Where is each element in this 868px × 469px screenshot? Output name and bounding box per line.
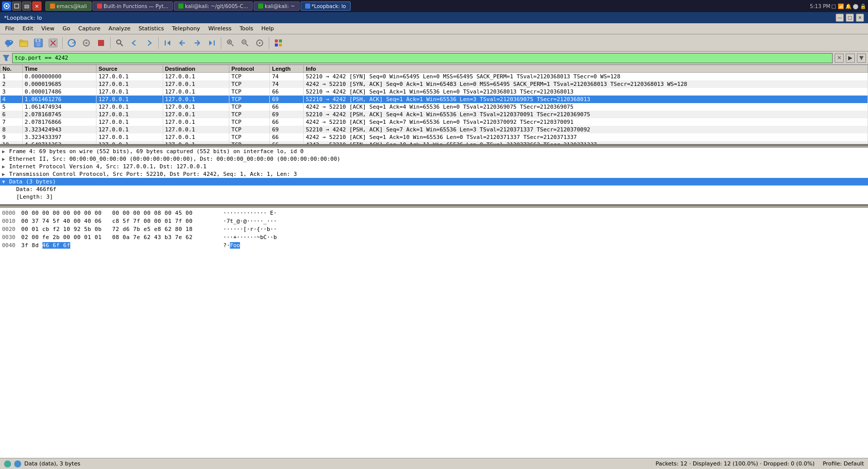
open-btn[interactable] xyxy=(17,36,31,50)
detail-data-value-row: Data: 466f6f xyxy=(0,185,868,193)
filter-apply-btn[interactable]: ▶ xyxy=(846,54,855,63)
packet-row-1[interactable]: 10.000000000127.0.0.1127.0.0.1TCP7452210… xyxy=(1,73,868,81)
ethernet-expand-icon: ▶ xyxy=(2,156,8,162)
packet-row-2[interactable]: 20.000019685127.0.0.1127.0.0.1TCP744242 … xyxy=(1,80,868,88)
data-value-text: Data: 466f6f xyxy=(16,186,56,193)
menu-telephony[interactable]: Telephony xyxy=(168,24,205,33)
col-source: Source xyxy=(97,65,163,73)
hex-dump-pane: 0000 00 00 00 00 00 00 00 00 00 00 00 00… xyxy=(0,208,868,458)
menu-wireless[interactable]: Wireless xyxy=(204,24,235,33)
go-prev-btn[interactable] xyxy=(175,36,189,50)
window-minimize-btn[interactable]: — xyxy=(836,14,844,22)
zoom-normal-btn[interactable] xyxy=(253,36,267,50)
reload-btn[interactable] xyxy=(65,36,79,50)
menu-view[interactable]: View xyxy=(37,24,59,33)
zoom-out-btn[interactable] xyxy=(238,36,252,50)
find-packet-btn[interactable] xyxy=(113,36,127,50)
menu-capture[interactable]: Capture xyxy=(74,24,105,33)
svg-point-1 xyxy=(6,5,8,7)
go-first-btn[interactable] xyxy=(161,36,175,50)
filter-bar: ✕ ▶ ▼ xyxy=(0,52,868,65)
zoom-in-btn[interactable] xyxy=(223,36,237,50)
menu-tools[interactable]: Tools xyxy=(235,24,257,33)
go-last-btn[interactable] xyxy=(205,36,219,50)
stop-capture-btn[interactable] xyxy=(94,36,108,50)
hex-row-0030: 0030 02 00 fe 2b 00 00 01 01 08 0a 7e 62… xyxy=(0,233,868,241)
hex-ascii-0020: ······[·r·{··b·· xyxy=(213,226,277,232)
packet-row-5[interactable]: 51.061474934127.0.0.1127.0.0.1TCP664242 … xyxy=(1,103,868,111)
hex-ascii-0000: ············· E· xyxy=(213,210,277,216)
hex-row-0000: 0000 00 00 00 00 00 00 00 00 00 00 00 00… xyxy=(0,209,868,217)
filter-input[interactable] xyxy=(12,53,833,63)
taskbar-btn-2[interactable] xyxy=(22,2,31,11)
taskbar-btn-3[interactable]: ✕ xyxy=(32,2,41,11)
detail-data-row[interactable]: ▼ Data (3 bytes) xyxy=(0,178,868,185)
go-forward-btn[interactable] xyxy=(142,36,156,50)
svg-rect-32 xyxy=(279,39,282,42)
packet-row-7[interactable]: 72.078176866127.0.0.1127.0.0.1TCP664242 … xyxy=(1,118,868,126)
menu-file[interactable]: File xyxy=(1,24,18,33)
packet-row-6[interactable]: 62.078168745127.0.0.1127.0.0.1TCP6952210… xyxy=(1,111,868,118)
hex-row-0020: 0020 00 01 cb f2 10 92 5b 0b 72 d6 7b e5… xyxy=(0,225,868,233)
ip-expand-icon: ▶ xyxy=(2,164,8,169)
taskbar-tab-wireshark[interactable]: *Loopback: lo xyxy=(301,2,351,11)
svg-marker-35 xyxy=(3,55,9,61)
status-bar: Data (data), 3 bytes Packets: 12 · Displ… xyxy=(0,458,868,469)
taskbar-tab-python[interactable]: Built-in Functions — Pyt... xyxy=(92,2,173,11)
menu-go[interactable]: Go xyxy=(59,24,74,33)
hex-ascii-0010: ·7t_@·@·····_··· xyxy=(213,218,277,224)
packet-row-3[interactable]: 30.000017486127.0.0.1127.0.0.1TCP6652210… xyxy=(1,88,868,96)
status-info-icon xyxy=(14,460,21,467)
capture-options-btn[interactable] xyxy=(79,36,93,50)
svg-point-16 xyxy=(85,42,87,44)
data-length-text: [Length: 3] xyxy=(16,194,53,200)
packet-row-9[interactable]: 93.323433397127.0.0.1127.0.0.1TCP664242 … xyxy=(1,133,868,141)
sys-tray: □ 📶 🔔 ⬤ 🔒 xyxy=(831,4,866,9)
col-protocol: Protocol xyxy=(229,65,270,73)
svg-rect-9 xyxy=(36,42,40,46)
detail-tcp-row[interactable]: ▶ Transmission Control Protocol, Src Por… xyxy=(0,170,868,178)
packet-detail-pane: ▶ Frame 4: 69 bytes on wire (552 bits), … xyxy=(0,148,868,206)
go-next-btn[interactable] xyxy=(190,36,204,50)
window-close-btn[interactable]: ✕ xyxy=(856,14,864,22)
hex-bytes-0020: 00 01 cb f2 10 92 5b 0b 72 d6 7b e5 e8 6… xyxy=(21,226,213,232)
filter-bookmark-btn[interactable]: ▼ xyxy=(857,54,866,63)
taskbar-btn-1[interactable] xyxy=(12,2,21,11)
packet-stats: Packets: 12 · Displayed: 12 (100.0%) · D… xyxy=(656,460,815,467)
hex-offset-0040: 0040 xyxy=(2,242,21,249)
taskbar-tab-kali1[interactable]: kali@kali: ~/git/6005-C... xyxy=(174,2,253,11)
menu-statistics[interactable]: Statistics xyxy=(134,24,168,33)
new-capture-btn[interactable] xyxy=(2,36,16,50)
toolbar-sep-1 xyxy=(62,37,63,49)
packet-row-10[interactable]: 104.649711353127.0.0.1127.0.0.1TCP664242… xyxy=(1,141,868,146)
detail-ip-row[interactable]: ▶ Internet Protocol Version 4, Src: 127.… xyxy=(0,163,868,170)
filter-clear-btn[interactable]: ✕ xyxy=(835,54,844,63)
clock: 5:13 PM xyxy=(810,4,830,9)
taskbar-tab-kali2[interactable]: kali@kali: ~ xyxy=(254,2,300,11)
status-ready-icon xyxy=(4,460,11,467)
menu-help[interactable]: Help xyxy=(257,24,278,33)
close-capture-btn[interactable] xyxy=(46,36,60,50)
menu-analyze[interactable]: Analyze xyxy=(105,24,134,33)
col-no: No. xyxy=(1,65,23,73)
go-back-btn[interactable] xyxy=(127,36,141,50)
menu-edit[interactable]: Edit xyxy=(18,24,37,33)
tcp-expand-icon: ▶ xyxy=(2,171,8,177)
data-detail-text: Data (3 bytes) xyxy=(9,178,56,185)
detail-frame-row[interactable]: ▶ Frame 4: 69 bytes on wire (552 bits), … xyxy=(0,148,868,155)
detail-ethernet-row[interactable]: ▶ Ethernet II, Src: 00:00:00_00:00:00 (0… xyxy=(0,155,868,163)
system-icon[interactable] xyxy=(2,2,11,11)
hex-highlighted-bytes: 46 6f 6f xyxy=(42,242,70,249)
taskbar-tab-emacs[interactable]: emacs@kali xyxy=(45,2,91,11)
window-maximize-btn[interactable]: □ xyxy=(846,14,854,22)
col-info: Info xyxy=(304,65,868,73)
packet-row-8[interactable]: 83.323424943127.0.0.1127.0.0.1TCP6952210… xyxy=(1,126,868,133)
status-message: Data (data), 3 bytes xyxy=(24,460,80,467)
save-btn[interactable] xyxy=(31,36,45,50)
hex-bytes-0040: 3f 8d 46 6f 6f xyxy=(21,242,213,249)
colorize-btn[interactable] xyxy=(271,36,285,50)
hex-offset-0020: 0020 xyxy=(2,226,21,232)
hex-offset-0000: 0000 xyxy=(2,210,21,216)
svg-rect-2 xyxy=(15,4,19,8)
packet-row-4[interactable]: 41.061461276127.0.0.1127.0.0.1TCP6952210… xyxy=(1,96,868,103)
